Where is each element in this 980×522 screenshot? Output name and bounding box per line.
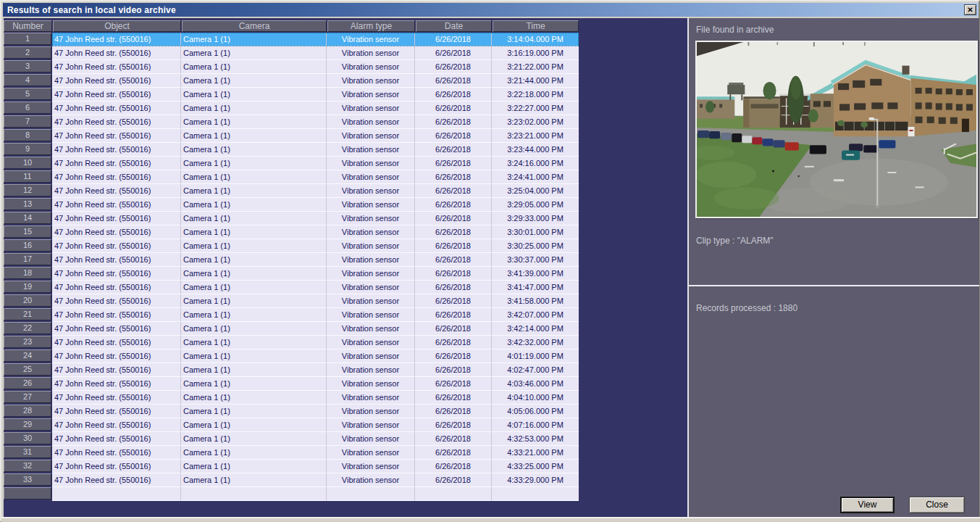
row-cell-camera[interactable]: Camera 1 (1) xyxy=(181,88,327,102)
row-data[interactable]: 47 John Reed str. (550016)Camera 1 (1)Vi… xyxy=(52,281,579,294)
table-row[interactable]: 247 John Reed str. (550016)Camera 1 (1)V… xyxy=(4,46,579,60)
row-cell-date[interactable]: 6/26/2018 xyxy=(415,336,492,349)
row-data[interactable]: 47 John Reed str. (550016)Camera 1 (1)Vi… xyxy=(52,115,579,129)
table-row[interactable]: 147 John Reed str. (550016)Camera 1 (1)V… xyxy=(4,33,579,46)
row-number-cell[interactable]: 7 xyxy=(4,115,51,128)
row-data[interactable]: 47 John Reed str. (550016)Camera 1 (1)Vi… xyxy=(52,88,579,102)
row-cell-date[interactable]: 6/26/2018 xyxy=(415,377,492,391)
row-number-cell[interactable]: 28 xyxy=(4,405,51,417)
table-row[interactable]: 1847 John Reed str. (550016)Camera 1 (1)… xyxy=(4,267,579,281)
row-cell-alarm-type[interactable]: Vibration sensor xyxy=(327,363,415,377)
row-cell-time[interactable]: 3:24:41.000 PM xyxy=(492,170,579,184)
row-cell-date[interactable]: 6/26/2018 xyxy=(415,170,492,184)
row-cell-date[interactable]: 6/26/2018 xyxy=(415,102,492,115)
row-number-cell[interactable]: 15 xyxy=(4,225,51,238)
row-data[interactable]: 47 John Reed str. (550016)Camera 1 (1)Vi… xyxy=(52,239,579,253)
row-number-cell[interactable]: 25 xyxy=(4,363,51,376)
row-cell-alarm-type[interactable]: Vibration sensor xyxy=(327,60,415,74)
row-cell-camera[interactable]: Camera 1 (1) xyxy=(181,349,327,363)
row-data[interactable]: 47 John Reed str. (550016)Camera 1 (1)Vi… xyxy=(52,198,579,212)
column-header-alarm-type[interactable]: Alarm type xyxy=(327,20,415,32)
row-cell-date[interactable]: 6/26/2018 xyxy=(415,267,492,281)
table-row[interactable]: 447 John Reed str. (550016)Camera 1 (1)V… xyxy=(4,74,579,88)
row-cell-time[interactable]: 3:42:07.000 PM xyxy=(492,308,579,322)
row-cell-camera[interactable]: Camera 1 (1) xyxy=(181,253,327,267)
row-cell-date[interactable]: 6/26/2018 xyxy=(415,88,492,102)
row-cell-time[interactable]: 3:42:14.000 PM xyxy=(492,322,579,336)
row-cell-object[interactable]: 47 John Reed str. (550016) xyxy=(52,349,181,363)
row-cell-time[interactable]: 4:02:47.000 PM xyxy=(492,363,579,377)
row-data[interactable]: 47 John Reed str. (550016)Camera 1 (1)Vi… xyxy=(52,212,579,225)
row-cell-object[interactable]: 47 John Reed str. (550016) xyxy=(52,212,181,225)
row-cell-empty[interactable] xyxy=(181,487,327,501)
row-cell-object[interactable]: 47 John Reed str. (550016) xyxy=(52,170,181,184)
row-number-cell[interactable]: 21 xyxy=(4,308,51,320)
row-cell-date[interactable]: 6/26/2018 xyxy=(415,253,492,267)
row-cell-alarm-type[interactable]: Vibration sensor xyxy=(327,267,415,281)
row-cell-object[interactable]: 47 John Reed str. (550016) xyxy=(52,33,181,46)
row-data[interactable]: 47 John Reed str. (550016)Camera 1 (1)Vi… xyxy=(52,129,579,143)
row-cell-date[interactable]: 6/26/2018 xyxy=(415,432,492,446)
row-number-cell[interactable]: 31 xyxy=(4,446,51,458)
row-cell-time[interactable]: 4:01:19.000 PM xyxy=(492,349,579,363)
column-header-number[interactable]: Number xyxy=(4,20,52,32)
row-number-cell[interactable]: 10 xyxy=(4,157,51,169)
row-cell-empty[interactable] xyxy=(492,487,579,501)
row-cell-date[interactable]: 6/26/2018 xyxy=(415,349,492,363)
row-cell-alarm-type[interactable]: Vibration sensor xyxy=(327,281,415,294)
row-cell-object[interactable]: 47 John Reed str. (550016) xyxy=(52,102,181,115)
row-cell-date[interactable]: 6/26/2018 xyxy=(415,405,492,418)
table-row[interactable]: 3147 John Reed str. (550016)Camera 1 (1)… xyxy=(4,446,579,460)
row-data[interactable]: 47 John Reed str. (550016)Camera 1 (1)Vi… xyxy=(52,33,579,46)
row-data[interactable]: 47 John Reed str. (550016)Camera 1 (1)Vi… xyxy=(52,460,579,473)
row-number-cell[interactable]: 27 xyxy=(4,391,51,403)
row-cell-object[interactable]: 47 John Reed str. (550016) xyxy=(52,418,181,432)
row-cell-time[interactable]: 3:16:19.000 PM xyxy=(492,46,579,60)
row-cell-object[interactable]: 47 John Reed str. (550016) xyxy=(52,446,181,460)
row-cell-object[interactable]: 47 John Reed str. (550016) xyxy=(52,60,181,74)
row-cell-date[interactable]: 6/26/2018 xyxy=(415,46,492,60)
table-row[interactable]: 2947 John Reed str. (550016)Camera 1 (1)… xyxy=(4,418,579,432)
row-cell-alarm-type[interactable]: Vibration sensor xyxy=(327,432,415,446)
row-cell-camera[interactable]: Camera 1 (1) xyxy=(181,281,327,294)
row-cell-alarm-type[interactable]: Vibration sensor xyxy=(327,74,415,88)
row-data[interactable]: 47 John Reed str. (550016)Camera 1 (1)Vi… xyxy=(52,418,579,432)
table-row[interactable]: 3247 John Reed str. (550016)Camera 1 (1)… xyxy=(4,460,579,473)
row-cell-camera[interactable]: Camera 1 (1) xyxy=(181,46,327,60)
row-cell-alarm-type[interactable]: Vibration sensor xyxy=(327,157,415,170)
table-row[interactable]: 1147 John Reed str. (550016)Camera 1 (1)… xyxy=(4,170,579,184)
row-cell-alarm-type[interactable]: Vibration sensor xyxy=(327,143,415,157)
row-cell-time[interactable]: 4:05:06.000 PM xyxy=(492,405,579,418)
row-cell-camera[interactable]: Camera 1 (1) xyxy=(181,418,327,432)
row-number-cell[interactable]: 17 xyxy=(4,253,51,265)
row-cell-time[interactable]: 3:23:44.000 PM xyxy=(492,143,579,157)
row-cell-time[interactable]: 3:22:27.000 PM xyxy=(492,102,579,115)
table-row[interactable]: 2447 John Reed str. (550016)Camera 1 (1)… xyxy=(4,349,579,363)
row-cell-date[interactable]: 6/26/2018 xyxy=(415,239,492,253)
row-cell-time[interactable]: 3:25:04.000 PM xyxy=(492,184,579,198)
table-row[interactable]: 1447 John Reed str. (550016)Camera 1 (1)… xyxy=(4,212,579,225)
row-cell-time[interactable]: 3:21:22.000 PM xyxy=(492,60,579,74)
row-cell-alarm-type[interactable]: Vibration sensor xyxy=(327,102,415,115)
table-row[interactable]: 947 John Reed str. (550016)Camera 1 (1)V… xyxy=(4,143,579,157)
row-data[interactable]: 47 John Reed str. (550016)Camera 1 (1)Vi… xyxy=(52,432,579,446)
row-data[interactable]: 47 John Reed str. (550016)Camera 1 (1)Vi… xyxy=(52,267,579,281)
close-button[interactable]: Close xyxy=(909,497,965,513)
column-header-date[interactable]: Date xyxy=(416,20,492,32)
row-cell-object[interactable]: 47 John Reed str. (550016) xyxy=(52,308,181,322)
row-number-cell[interactable]: 3 xyxy=(4,60,51,72)
row-number-cell[interactable]: 16 xyxy=(4,239,51,252)
row-number-cell[interactable]: 13 xyxy=(4,198,51,210)
row-cell-object[interactable]: 47 John Reed str. (550016) xyxy=(52,267,181,281)
row-number-cell[interactable]: 14 xyxy=(4,212,51,224)
row-cell-time[interactable]: 4:03:46.000 PM xyxy=(492,377,579,391)
row-cell-camera[interactable]: Camera 1 (1) xyxy=(181,33,327,46)
row-cell-date[interactable]: 6/26/2018 xyxy=(415,225,492,239)
row-cell-date[interactable]: 6/26/2018 xyxy=(415,308,492,322)
row-cell-object[interactable]: 47 John Reed str. (550016) xyxy=(52,322,181,336)
row-cell-date[interactable]: 6/26/2018 xyxy=(415,33,492,46)
row-data[interactable]: 47 John Reed str. (550016)Camera 1 (1)Vi… xyxy=(52,322,579,336)
row-cell-camera[interactable]: Camera 1 (1) xyxy=(181,129,327,143)
row-number-cell[interactable]: 2 xyxy=(4,46,51,59)
row-cell-alarm-type[interactable]: Vibration sensor xyxy=(327,239,415,253)
